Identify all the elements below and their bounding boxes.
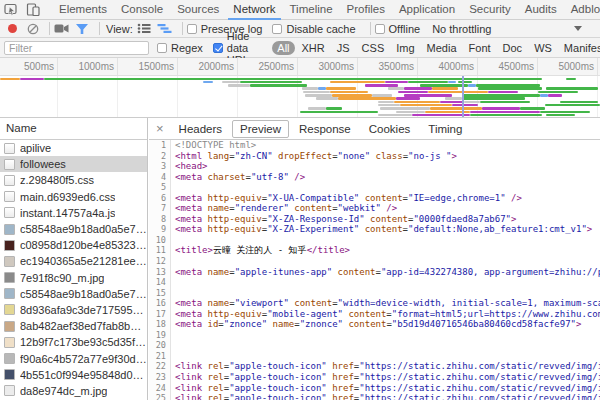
details-tab-response[interactable]: Response <box>291 120 359 138</box>
checkbox-box-icon <box>272 24 282 34</box>
filter-type-manifest[interactable]: Manifest <box>559 41 600 55</box>
line-content <box>171 351 175 362</box>
details-tab-cookies[interactable]: Cookies <box>361 120 419 138</box>
request-row[interactable]: instant.14757a4a.js <box>0 205 147 221</box>
details-tab-preview[interactable]: Preview <box>232 120 289 138</box>
image-thumbnail-icon <box>4 304 15 315</box>
tab-audits[interactable]: Audits <box>518 0 564 20</box>
request-row[interactable]: z.298480f5.css <box>0 172 147 188</box>
tab-elements[interactable]: Elements <box>52 0 114 20</box>
line-number: 17 <box>149 309 171 320</box>
line-number: 1 <box>149 140 171 151</box>
source-line: 10 <box>149 235 600 246</box>
overview-request-bar <box>250 84 307 87</box>
request-row[interactable]: 12b9f7c173be93c5d35fea2d… <box>0 334 147 350</box>
screenshot-capture-icon[interactable] <box>54 23 69 34</box>
line-number: 8 <box>149 214 171 225</box>
network-toolbar: View: Preserve log Disable cache <box>0 20 600 38</box>
offline-checkbox[interactable]: Offline <box>375 23 421 35</box>
filter-funnel-icon[interactable] <box>75 23 89 35</box>
filter-type-xhr[interactable]: XHR <box>297 41 330 55</box>
divider <box>182 22 183 35</box>
network-overview[interactable] <box>0 76 600 118</box>
view-large-rows-icon[interactable] <box>137 23 151 34</box>
line-content: <link rel="apple-touch-icon" href="https… <box>171 361 600 372</box>
close-icon[interactable]: × <box>149 121 171 137</box>
source-line: 9<meta http-equiv="X-ZA-Experiment" cont… <box>149 224 600 235</box>
image-thumbnail-icon <box>4 224 15 235</box>
line-content <box>171 330 175 341</box>
request-row[interactable]: ec1940365a5e21281ee71856… <box>0 253 147 269</box>
regex-checkbox[interactable]: Regex <box>157 42 203 54</box>
filter-type-img[interactable]: Img <box>391 41 419 55</box>
clear-icon[interactable] <box>27 23 39 35</box>
ruler-gridline <box>537 58 538 75</box>
requests-pane: Name apilivefolloweesz.298480f5.cssmain.… <box>0 118 148 400</box>
throttling-select[interactable]: No throttling <box>432 23 582 35</box>
ruler-tick-label: 4500ms <box>487 61 534 72</box>
request-row[interactable]: c08958d120be4e853230649… <box>0 237 147 253</box>
view-label: View: <box>106 23 133 35</box>
request-row[interactable]: c58548ae9b18ad0a5e79fe4e… <box>0 286 147 302</box>
request-name: c08958d120be4e853230649… <box>20 239 147 251</box>
request-name: 12b9f7c173be93c5d35fea2d… <box>20 336 147 348</box>
inspect-element-icon[interactable] <box>0 3 22 16</box>
record-icon[interactable] <box>8 24 17 33</box>
request-row[interactable]: 7e91f8c90_m.jpg <box>0 270 147 286</box>
filter-type-all[interactable]: All <box>272 41 294 55</box>
request-row[interactable]: 4b551c0f994e95848d0dda09… <box>0 367 147 383</box>
filter-input[interactable] <box>4 41 149 55</box>
overview-request-bar <box>560 101 598 104</box>
request-row[interactable]: apilive <box>0 140 147 156</box>
request-name: instant.14757a4a.js <box>20 207 115 219</box>
filter-type-font[interactable]: Font <box>464 41 496 55</box>
tab-application[interactable]: Application <box>392 0 462 20</box>
request-row[interactable]: c58548ae9b18ad0a5e79fe4e… <box>0 221 147 237</box>
filter-type-doc[interactable]: Doc <box>498 41 528 55</box>
line-content: <meta http-equiv="X-ZA-Experiment" conte… <box>171 224 592 235</box>
request-name: c58548ae9b18ad0a5e79fe4e… <box>20 223 147 235</box>
preview-source-view[interactable]: 1<!DOCTYPE html>2<html lang="zh-CN" drop… <box>149 140 600 400</box>
device-toolbar-icon[interactable] <box>22 3 44 16</box>
overview-request-bar <box>458 81 472 84</box>
tab-profiles[interactable]: Profiles <box>340 0 392 20</box>
ruler-tick-label: 3500ms <box>367 61 414 72</box>
filter-type-js[interactable]: JS <box>332 41 355 55</box>
overview-request-bar <box>470 114 542 117</box>
source-line: 1<!DOCTYPE html> <box>149 140 600 151</box>
request-row[interactable]: 8ab482aef38ed7fab8bd4314… <box>0 318 147 334</box>
tab-adblock-plus[interactable]: Adblock Plus <box>564 0 600 20</box>
view-overview-icon[interactable] <box>157 23 172 34</box>
resource-type-filters: AllXHRJSCSSImgMediaFontDocWSManifestOthe… <box>272 41 600 55</box>
request-name: 8ab482aef38ed7fab8bd4314… <box>20 320 147 332</box>
disable-cache-checkbox[interactable]: Disable cache <box>272 23 355 35</box>
filter-type-css[interactable]: CSS <box>357 41 390 55</box>
line-number: 25 <box>149 393 171 400</box>
overview-request-bar <box>546 87 598 90</box>
tab-network[interactable]: Network <box>226 0 282 20</box>
overview-request-bar <box>305 94 332 97</box>
request-row[interactable]: 8d936afa9c3de7175958fae5… <box>0 302 147 318</box>
name-column-header[interactable]: Name <box>0 118 147 140</box>
filter-type-media[interactable]: Media <box>422 41 462 55</box>
details-tab-timing[interactable]: Timing <box>420 120 470 138</box>
line-number: 11 <box>149 245 171 256</box>
tab-timeline[interactable]: Timeline <box>283 0 340 20</box>
overview-request-bar <box>0 78 20 81</box>
tab-console[interactable]: Console <box>114 0 170 20</box>
request-row[interactable]: followees <box>0 156 147 172</box>
request-row[interactable]: da8e974dc_m.jpg <box>0 383 147 399</box>
request-row[interactable]: main.d6939ed6.css <box>0 189 147 205</box>
image-thumbnail-icon <box>4 272 15 283</box>
details-tab-headers[interactable]: Headers <box>171 120 230 138</box>
source-line: 15 <box>149 288 600 299</box>
document-icon <box>4 159 15 170</box>
filter-type-ws[interactable]: WS <box>529 41 557 55</box>
overview-request-bar <box>538 91 578 94</box>
tab-security[interactable]: Security <box>462 0 518 20</box>
request-row[interactable]: f90a6c4b572a77e9f30de153… <box>0 350 147 366</box>
tab-sources[interactable]: Sources <box>170 0 226 20</box>
line-content: <meta charset="utf-8" /> <box>171 172 305 183</box>
line-number: 10 <box>149 235 171 246</box>
overview-request-bar <box>228 84 250 87</box>
